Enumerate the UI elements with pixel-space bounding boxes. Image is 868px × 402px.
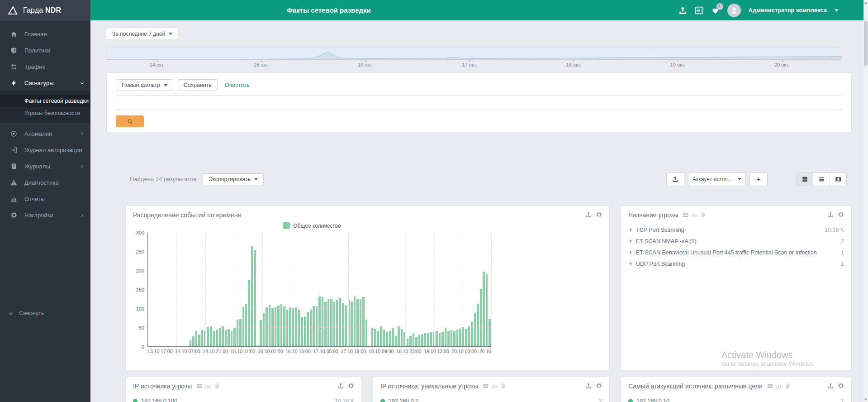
- column-select[interactable]: Аккаунт источник...: [688, 172, 746, 186]
- chart-bar: [313, 306, 314, 346]
- chart-bar: [216, 330, 218, 346]
- scrollbar-thumb[interactable]: [864, 21, 868, 66]
- upload-icon[interactable]: [337, 383, 344, 389]
- sidebar-item-Политики[interactable]: Политики: [0, 42, 90, 58]
- chart-bar: [222, 326, 223, 346]
- new-filter-button[interactable]: Новый фильтр: [116, 79, 173, 91]
- list-view-icon[interactable]: [483, 383, 489, 388]
- upload-icon[interactable]: [678, 6, 687, 14]
- map-view-button[interactable]: [830, 172, 847, 186]
- y-tick-label: 0: [142, 344, 144, 349]
- sidebar-item-Журнал авторизации[interactable]: Журнал авторизации: [0, 142, 90, 158]
- list-item: UDP Port Scanning1: [628, 258, 844, 269]
- gear-icon[interactable]: [596, 383, 602, 389]
- scroll-down-arrow[interactable]: ▼: [863, 397, 868, 402]
- pie-chart-view-icon[interactable]: [784, 383, 790, 388]
- chart-bar: [251, 246, 253, 346]
- chart-bar: [219, 328, 221, 346]
- chart-bar: [474, 313, 476, 346]
- sidebar-item-Настройки[interactable]: Настройки: [0, 207, 90, 223]
- upload-icon[interactable]: [827, 211, 834, 218]
- pie-chart-view-icon[interactable]: [700, 212, 706, 217]
- upload-results-button[interactable]: [666, 172, 684, 186]
- grid-view-button[interactable]: [797, 172, 813, 186]
- item-label[interactable]: 192.168.0.100: [141, 398, 330, 402]
- list-view-icon[interactable]: [767, 383, 773, 388]
- list-view-icon[interactable]: [683, 212, 688, 217]
- chart-bar: [453, 331, 455, 346]
- panel-title: IP источника: уникальные угрозы: [380, 383, 478, 390]
- search-button[interactable]: [116, 115, 144, 127]
- item-label[interactable]: UDP Port Scanning: [636, 261, 836, 267]
- upload-icon[interactable]: [585, 211, 592, 218]
- avatar[interactable]: [727, 4, 741, 17]
- chart-bar: [407, 339, 408, 346]
- sidebar-item-Аномалии[interactable]: Аномалии: [0, 125, 90, 142]
- y-tick-label: 100: [136, 306, 144, 311]
- filter-search-input[interactable]: [116, 96, 842, 110]
- gear-icon[interactable]: [596, 211, 602, 218]
- header-actions: 1 Администратор комплекса: [678, 0, 839, 20]
- export-button[interactable]: Экспортировать: [203, 173, 264, 185]
- save-filter-button[interactable]: Сохранить: [178, 79, 218, 91]
- sidebar-item-label: Сигнатуры: [24, 80, 80, 86]
- list-view-button[interactable]: [813, 172, 830, 186]
- sidebar-subitem-Факты сетевой разведки[interactable]: Факты сетевой разведки: [0, 95, 90, 107]
- bar-chart-view-icon[interactable]: [776, 383, 782, 388]
- date-range-button[interactable]: За последние 7 дней: [106, 28, 178, 39]
- sidebar-item-Журналы[interactable]: Журналы: [0, 158, 90, 174]
- timeline-date-labels: 14 окт.15 окт.16 окт.17 окт.18 окт.19 ок…: [106, 60, 842, 68]
- bar-chart-view-icon[interactable]: [205, 383, 211, 388]
- gear-icon[interactable]: [838, 211, 844, 218]
- chart-bar: [371, 328, 373, 346]
- chart-bar: [231, 331, 232, 346]
- chart-bar: [225, 330, 227, 346]
- sidebar-item-Главная[interactable]: Главная: [0, 26, 90, 42]
- lightning-icon: [10, 80, 18, 86]
- item-label[interactable]: TCP Port Scanning: [636, 227, 820, 233]
- scroll-up-arrow[interactable]: ▲: [863, 0, 868, 5]
- sidebar-subitem-Угрозы безопасности[interactable]: Угрозы безопасности: [0, 107, 90, 119]
- clear-filter-button[interactable]: Очистить: [225, 82, 249, 88]
- sidebar-item-Диагностика[interactable]: Диагностика: [0, 174, 90, 191]
- item-label[interactable]: 192.168.0.10: [636, 398, 836, 402]
- list-view-icon[interactable]: [196, 383, 202, 388]
- traffic-icon: [10, 63, 18, 70]
- legend-label: Общее количество: [293, 223, 341, 229]
- chart-bar: [392, 328, 394, 346]
- sidebar-collapse-button[interactable]: « Свернуть: [0, 310, 90, 316]
- item-label[interactable]: 192.168.0.2: [389, 398, 594, 402]
- chevron-down-icon[interactable]: [835, 9, 839, 12]
- chart-bar: [192, 336, 194, 346]
- collapse-label: Свернуть: [19, 310, 44, 316]
- chart-bar: [201, 330, 203, 346]
- chart-bar: [260, 320, 261, 346]
- chart-bar: [480, 289, 482, 346]
- item-label[interactable]: ET SCAN Behavioral Unusual Port 445 traf…: [636, 249, 836, 256]
- bar-chart-view-icon[interactable]: [691, 212, 697, 217]
- timeline-date-label: 14 окт.: [150, 62, 165, 67]
- chart-bar: [409, 336, 411, 347]
- bar-chart-view-icon[interactable]: [491, 383, 497, 388]
- item-label[interactable]: ET SCAN NMAP -sA (1): [636, 238, 836, 244]
- health-icon[interactable]: 1: [711, 6, 720, 14]
- chart-bar: [354, 297, 356, 346]
- sidebar-item-Отчеты[interactable]: Отчеты: [0, 191, 90, 207]
- page-scrollbar[interactable]: ▲ ▼: [863, 0, 868, 402]
- upload-icon[interactable]: [827, 383, 834, 389]
- timeline-overview[interactable]: [106, 47, 842, 60]
- sidebar-item-Трафик[interactable]: Трафик: [0, 58, 90, 75]
- gear-icon[interactable]: [838, 383, 844, 389]
- app-logo[interactable]: Гарда NDR: [0, 0, 90, 20]
- chart-bar: [237, 320, 238, 346]
- add-widget-button[interactable]: +: [749, 172, 768, 186]
- pie-chart-view-icon[interactable]: [500, 383, 506, 388]
- gear-icon[interactable]: [348, 383, 354, 389]
- pie-chart-view-icon[interactable]: [213, 383, 219, 388]
- events-list-icon[interactable]: [695, 6, 703, 14]
- sidebar-item-Сигнатуры[interactable]: Сигнатуры: [0, 75, 90, 91]
- timeline-date-label: 19 окт.: [670, 62, 685, 67]
- user-menu[interactable]: Администратор комплекса: [749, 7, 827, 14]
- upload-icon: [672, 176, 678, 182]
- upload-icon[interactable]: [585, 383, 592, 389]
